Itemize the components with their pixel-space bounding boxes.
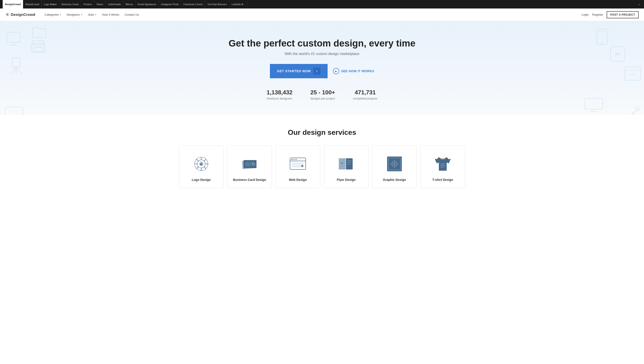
bg-ai-icon: Ai — [4, 106, 24, 115]
svg-rect-21 — [12, 58, 20, 67]
flyer-design-icon — [336, 154, 356, 174]
bg-desktop-icon — [584, 97, 604, 113]
service-card-businesscard[interactable]: Business Card Design — [227, 146, 272, 188]
chevron-down-icon: ▼ — [59, 14, 61, 16]
service-name-web: Web Design — [289, 178, 307, 182]
svg-point-45 — [253, 164, 254, 165]
svg-line-23 — [16, 67, 21, 74]
bg-monitor-icon — [4, 30, 22, 48]
hero-stats: 1,138,432 freelance designers 25 - 100+ … — [266, 89, 377, 100]
svg-line-35 — [196, 166, 198, 168]
svg-point-14 — [601, 42, 603, 44]
main-header: ✳ DesignCrowd Categories ▼ Designers ▼ J… — [0, 8, 644, 21]
graphic-design-icon — [384, 154, 404, 174]
svg-point-49 — [294, 159, 295, 160]
bg-ps-icon: Ps — [609, 46, 626, 62]
svg-line-32 — [196, 159, 198, 161]
services-section: Our design services — [0, 115, 644, 197]
service-card-tshirt[interactable]: T-shirt Design — [420, 146, 465, 188]
web-design-icon — [288, 154, 308, 174]
top-nav-more-chevron[interactable]: › — [636, 2, 641, 6]
service-name-businesscard: Business Card Design — [233, 178, 266, 182]
service-card-graphic[interactable]: Graphic Design — [372, 146, 417, 188]
top-nav-item-emailsig[interactable]: Email Signatures — [136, 0, 159, 8]
top-nav-item-linkedin[interactable]: LinkedIn B... — [230, 0, 248, 8]
see-how-it-works-link[interactable]: ▶ SEE HOW IT WORKS — [333, 68, 374, 74]
stat-designs-label: designs per project — [310, 97, 335, 100]
top-nav-item-instagram[interactable]: Instagram Posts — [159, 0, 181, 8]
svg-text:</>: </> — [630, 72, 636, 77]
stat-projects-number: 471,731 — [353, 89, 378, 96]
stat-designs-number: 25 - 100+ — [310, 89, 335, 96]
service-card-web[interactable]: Web Design — [276, 146, 320, 188]
register-link[interactable]: Register — [592, 13, 603, 16]
logo-design-icon — [191, 154, 211, 174]
svg-point-38 — [200, 162, 202, 163]
svg-rect-13 — [597, 29, 607, 44]
logo-link[interactable]: ✳ DesignCrowd — [5, 12, 35, 18]
svg-line-16 — [630, 109, 637, 115]
bg-code-icon: </> — [624, 66, 642, 82]
header-actions: Login Register POST A PROJECT — [582, 11, 639, 18]
svg-rect-7 — [33, 48, 43, 52]
svg-line-34 — [204, 159, 206, 161]
svg-rect-5 — [31, 44, 45, 52]
top-nav-item-businesscards[interactable]: Business Cards — [59, 0, 81, 8]
bg-tablet-icon — [596, 28, 608, 46]
svg-point-36 — [199, 162, 200, 164]
service-name-flyer: Flyer Design — [337, 178, 356, 182]
get-started-button[interactable]: GET STARTED NOW › — [270, 64, 328, 78]
svg-rect-71 — [390, 164, 392, 164]
login-link[interactable]: Login — [582, 13, 589, 16]
chevron-down-icon: ▼ — [80, 14, 82, 16]
service-name-tshirt: T-shirt Design — [432, 178, 453, 182]
svg-point-48 — [291, 159, 293, 160]
header-nav-jobs[interactable]: Jobs ▼ — [86, 12, 99, 18]
hero-section: Ai Ps </> — [0, 21, 644, 115]
play-icon: ▶ — [333, 68, 339, 74]
service-name-graphic: Graphic Design — [383, 178, 406, 182]
svg-text:Ps: Ps — [615, 52, 620, 57]
stat-designers-number: 1,138,432 — [266, 89, 292, 96]
bg-hammer-icon — [626, 106, 641, 115]
svg-point-55 — [302, 165, 303, 166]
svg-rect-69 — [394, 160, 395, 162]
chevron-down-icon: ▼ — [94, 14, 96, 16]
header-nav-categories[interactable]: Categories ▼ — [42, 12, 64, 18]
svg-line-33 — [204, 166, 206, 168]
bg-printer-icon — [29, 39, 47, 54]
svg-rect-72 — [397, 164, 398, 164]
top-nav-item-menus[interactable]: Menus — [124, 0, 136, 8]
svg-rect-0 — [7, 32, 20, 42]
svg-rect-8 — [610, 47, 625, 61]
header-nav-howitworks[interactable]: How It Works — [100, 12, 122, 18]
svg-rect-57 — [346, 158, 353, 170]
top-nav-item-flyers[interactable]: Flyers — [94, 0, 106, 8]
hero-buttons: GET STARTED NOW › ▶ SEE HOW IT WORKS — [270, 64, 374, 78]
header-nav-contact[interactable]: Contact Us — [122, 12, 141, 18]
top-nav-item-facebook[interactable]: Facebook Covers — [181, 0, 205, 8]
stat-designers-label: freelance designers — [266, 97, 292, 100]
stat-designs: 25 - 100+ designs per project — [310, 89, 335, 100]
top-nav-item-logomaker[interactable]: Logo Maker — [42, 0, 59, 8]
top-nav-item-brandcrowd[interactable]: BrandCrowd — [23, 0, 42, 8]
top-nav-item-letterheads[interactable]: Letterheads — [106, 0, 123, 8]
stat-projects-label: completed projects — [353, 97, 378, 100]
top-nav-item-youtube[interactable]: YouTube Banners — [205, 0, 229, 8]
post-project-button[interactable]: POST A PROJECT — [607, 11, 639, 18]
top-nav-item-designcrowd[interactable]: DesignCrowd — [3, 0, 23, 8]
svg-line-22 — [11, 67, 16, 74]
services-grid: Logo Design Business Card — [18, 146, 626, 188]
svg-rect-70 — [394, 166, 395, 168]
service-card-logo[interactable]: Logo Design — [179, 146, 224, 188]
tshirt-design-icon — [433, 154, 453, 174]
header-nav-designers[interactable]: Designers ▼ — [64, 12, 84, 18]
svg-text:Ai: Ai — [11, 113, 17, 115]
top-nav-item-posters[interactable]: Posters — [81, 0, 94, 8]
logo-text: DesignCrowd — [11, 12, 35, 17]
service-card-flyer[interactable]: Flyer Design — [324, 146, 368, 188]
bg-easel-icon — [9, 57, 24, 75]
svg-rect-18 — [585, 98, 603, 109]
svg-rect-17 — [635, 106, 640, 111]
svg-point-37 — [202, 162, 203, 164]
